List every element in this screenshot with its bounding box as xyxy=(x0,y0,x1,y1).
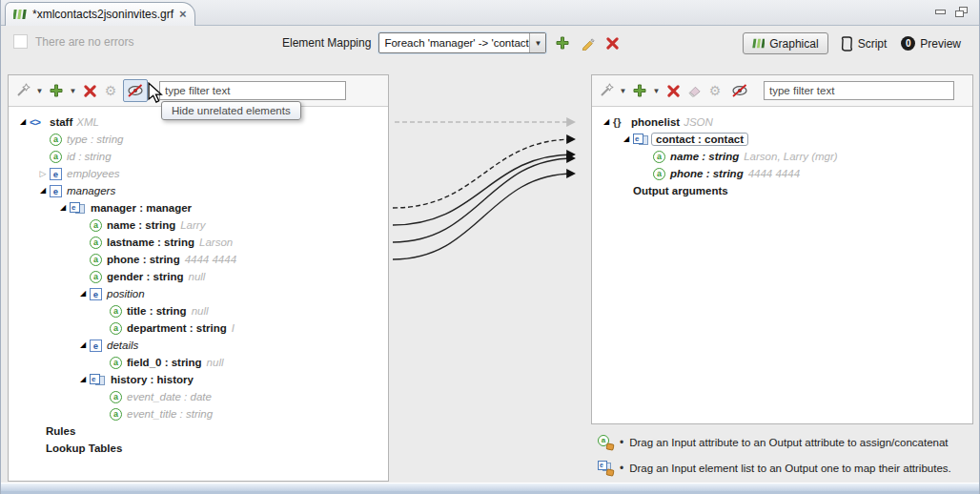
tree-row[interactable]: aid : string xyxy=(9,148,388,165)
tab-xmlcontacts2jsoninvites[interactable]: *xmlcontacts2jsoninvites.grf × xyxy=(5,2,195,26)
tree-row[interactable]: atype : string xyxy=(9,131,388,148)
tree-row[interactable]: adepartment : stringI xyxy=(9,319,388,337)
node-label: contact : contact xyxy=(651,133,748,146)
element-mapping-label: Element Mapping xyxy=(282,36,371,50)
settings-gear-icon[interactable]: ⚙ xyxy=(102,82,119,99)
node-label: title : string xyxy=(127,305,187,317)
graphical-view-button[interactable]: Graphical xyxy=(743,32,827,54)
edit-mapping-icon[interactable] xyxy=(579,34,596,51)
tree-row[interactable]: ◢ehistory : history xyxy=(9,371,388,388)
expanded-arrow-icon[interactable]: ◢ xyxy=(76,285,90,302)
add-dropdown-icon[interactable]: ▼ xyxy=(652,87,661,95)
tree-row[interactable]: agender : stringnull xyxy=(9,268,388,285)
tree-row[interactable]: ▷eemployees xyxy=(9,165,388,182)
tree-row[interactable]: ◢econtact : contact xyxy=(592,131,972,148)
delete-icon[interactable] xyxy=(81,82,98,99)
tree-row[interactable]: atitle : stringnull xyxy=(9,302,388,319)
attribute-icon: a xyxy=(90,271,102,283)
expanded-arrow-icon[interactable]: ◢ xyxy=(76,371,90,388)
chevron-down-icon[interactable]: ▼ xyxy=(529,33,545,52)
expanded-arrow-icon[interactable]: ◢ xyxy=(56,199,70,216)
mapping-arrow-name-to-name[interactable] xyxy=(393,154,574,225)
mapping-arrow-lastname-to-name[interactable] xyxy=(393,158,574,242)
mapping-select[interactable]: Foreach 'manager' -> 'contact' ▼ xyxy=(378,32,546,53)
expanded-arrow-icon[interactable]: ◢ xyxy=(16,113,30,131)
tree-row[interactable]: ◢emanager : manager xyxy=(9,199,388,216)
wizard-icon[interactable] xyxy=(598,82,615,99)
tree-row[interactable]: aevent_title : string xyxy=(9,405,388,422)
mapping-editor-window: *xmlcontacts2jsoninvites.grf × There are… xyxy=(0,0,980,494)
tree-row[interactable]: aevent_date : date xyxy=(9,388,388,405)
wizard-icon[interactable] xyxy=(14,82,31,99)
add-dropdown-icon[interactable]: ▼ xyxy=(69,87,77,95)
xml-root-icon: <> xyxy=(30,116,45,128)
add-mapping-icon[interactable] xyxy=(554,34,571,51)
tree-row[interactable]: aphone : string4444 4444 xyxy=(592,165,972,182)
node-label: employees xyxy=(67,168,120,179)
output-tree: ◢{}phonelistJSON◢econtact : contactaname… xyxy=(592,107,972,423)
tab-close-icon[interactable]: × xyxy=(179,9,187,20)
clover-graph-icon xyxy=(13,8,27,21)
expanded-arrow-icon[interactable]: ◢ xyxy=(36,182,50,199)
tree-row[interactable]: aname : stringLarson, Larry (mgr) xyxy=(592,148,972,165)
expanded-arrow-icon[interactable]: ◢ xyxy=(76,337,90,354)
script-view-button[interactable]: Script xyxy=(837,32,890,54)
delete-mapping-icon[interactable] xyxy=(603,34,621,51)
node-label: gender : string xyxy=(107,271,184,282)
attribute-icon: a xyxy=(110,408,122,421)
node-label: department : string xyxy=(127,322,227,334)
maximize-view-icon[interactable] xyxy=(955,7,968,17)
tree-row[interactable]: Rules xyxy=(9,422,388,440)
element-icon: e xyxy=(50,168,62,180)
delete-icon[interactable] xyxy=(664,82,682,99)
tree-row[interactable]: ◢emanagers xyxy=(9,182,388,199)
attribute-icon: a xyxy=(90,219,102,232)
preview-view-button[interactable]: 0 Preview xyxy=(898,32,964,54)
tree-row[interactable]: ◢edetails xyxy=(9,337,388,354)
collapsed-arrow-icon[interactable]: ▷ xyxy=(36,165,50,182)
add-icon[interactable] xyxy=(631,82,648,99)
node-value: 4444 4444 xyxy=(185,254,236,265)
node-value: Larson xyxy=(199,237,233,248)
output-filter-field[interactable] xyxy=(764,81,954,100)
hide-unrelated-button[interactable] xyxy=(123,79,148,102)
hint-text: Drag an Input attribute to an Output att… xyxy=(629,437,948,448)
tree-row[interactable]: afield_0 : stringnull xyxy=(9,354,388,371)
window-bottom-frame xyxy=(1,483,979,494)
input-filter-field[interactable] xyxy=(159,81,346,100)
wizard-dropdown-icon[interactable]: ▼ xyxy=(35,87,44,95)
tree-row[interactable]: alastname : stringLarson xyxy=(9,234,388,251)
node-label: name : string xyxy=(670,151,739,162)
element-list-icon: e xyxy=(633,134,649,146)
mapping-arrows-canvas[interactable] xyxy=(389,74,591,482)
wizard-dropdown-icon[interactable]: ▼ xyxy=(619,87,627,95)
node-label: phone : string xyxy=(670,168,744,179)
mapping-workarea: ▼ ▼ ⚙ ◢<>staffXMLatype : xyxy=(1,59,979,483)
minimize-view-icon[interactable] xyxy=(935,10,946,14)
mapping-arrow-phone-to-phone[interactable] xyxy=(393,174,574,259)
settings-gear-icon[interactable]: ⚙ xyxy=(706,82,724,99)
tree-row[interactable]: Lookup Tables xyxy=(9,440,388,457)
node-label: event_date : date xyxy=(127,391,212,402)
tree-row[interactable]: ◢eposition xyxy=(9,285,388,302)
tree-row[interactable]: aname : stringLarry xyxy=(9,216,388,234)
hide-unrelated-button[interactable] xyxy=(727,79,752,102)
bullet: • xyxy=(620,436,623,449)
node-format: JSON xyxy=(684,116,713,128)
script-label: Script xyxy=(858,37,888,51)
tree-row[interactable]: ◢{}phonelistJSON xyxy=(592,113,972,131)
node-label: details xyxy=(107,340,138,351)
tree-row[interactable]: aphone : string4444 4444 xyxy=(9,251,388,268)
json-root-icon: {} xyxy=(613,116,626,128)
node-label: position xyxy=(107,288,145,299)
eraser-icon[interactable] xyxy=(685,82,703,99)
node-value: I xyxy=(232,322,235,334)
add-icon[interactable] xyxy=(48,82,65,99)
editor-toolbar: There are no errors Element Mapping Fore… xyxy=(1,27,979,59)
preview-label: Preview xyxy=(920,37,961,51)
mapping-arrow-manager-to-contact[interactable] xyxy=(393,139,574,208)
expanded-arrow-icon[interactable]: ◢ xyxy=(600,113,613,131)
tree-row[interactable]: Output arguments xyxy=(592,182,972,199)
element-icon: e xyxy=(90,340,102,352)
expanded-arrow-icon[interactable]: ◢ xyxy=(620,131,633,148)
